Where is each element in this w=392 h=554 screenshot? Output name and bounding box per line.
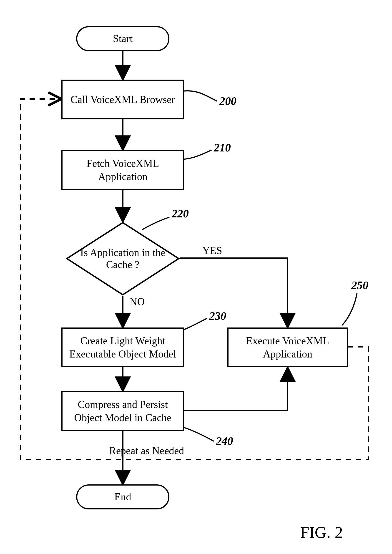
edge-label-repeat: Repeat as Needed	[109, 445, 184, 457]
process-210-label: Fetch VoiceXML Application	[63, 157, 183, 183]
terminal-end: End	[76, 484, 169, 509]
ref-240: 240	[216, 434, 233, 448]
process-250-label: Execute VoiceXML Application	[229, 334, 347, 360]
process-200: Call VoiceXML Browser	[61, 80, 184, 119]
process-210: Fetch VoiceXML Application	[61, 150, 184, 190]
ref-200: 200	[219, 94, 237, 108]
terminal-start: Start	[76, 26, 169, 51]
edge-label-yes: YES	[202, 245, 222, 257]
svg-marker-6	[67, 223, 179, 295]
ref-230: 230	[209, 309, 226, 323]
terminal-end-label: End	[114, 490, 131, 504]
ref-220: 220	[172, 207, 189, 220]
process-240-label: Compress and Persist Object Model in Cac…	[63, 398, 183, 424]
process-200-label: Call VoiceXML Browser	[70, 93, 175, 106]
ref-250: 250	[351, 279, 368, 292]
process-230-label: Create Light Weight Executable Object Mo…	[63, 334, 183, 360]
flowchart-canvas: Start Call VoiceXML Browser Fetch VoiceX…	[0, 0, 392, 554]
decision-220: Is Application in the Cache ?	[66, 222, 180, 296]
figure-label: FIG. 2	[300, 523, 343, 542]
connectors-overlay	[0, 0, 392, 554]
process-240: Compress and Persist Object Model in Cac…	[61, 391, 184, 431]
edge-label-no: NO	[130, 296, 145, 308]
process-230: Create Light Weight Executable Object Mo…	[61, 328, 184, 367]
terminal-start-label: Start	[113, 32, 133, 45]
ref-210: 210	[214, 141, 231, 154]
process-250: Execute VoiceXML Application	[227, 328, 348, 367]
